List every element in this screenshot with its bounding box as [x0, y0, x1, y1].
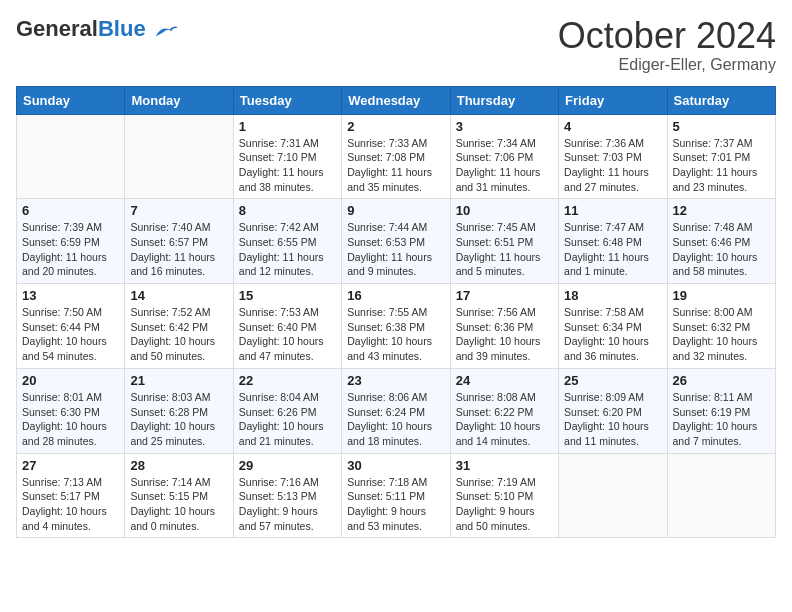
day-info: Sunrise: 8:06 AMSunset: 6:24 PMDaylight:… [347, 390, 444, 449]
calendar-cell: 18Sunrise: 7:58 AMSunset: 6:34 PMDayligh… [559, 284, 667, 369]
day-number: 12 [673, 203, 770, 218]
day-info: Sunrise: 7:56 AMSunset: 6:36 PMDaylight:… [456, 305, 553, 364]
calendar-week-row: 20Sunrise: 8:01 AMSunset: 6:30 PMDayligh… [17, 368, 776, 453]
weekday-header-monday: Monday [125, 86, 233, 114]
day-number: 18 [564, 288, 661, 303]
logo: GeneralBlue [16, 16, 180, 43]
day-number: 8 [239, 203, 336, 218]
calendar-cell: 21Sunrise: 8:03 AMSunset: 6:28 PMDayligh… [125, 368, 233, 453]
day-info: Sunrise: 8:01 AMSunset: 6:30 PMDaylight:… [22, 390, 119, 449]
day-number: 14 [130, 288, 227, 303]
calendar-cell: 10Sunrise: 7:45 AMSunset: 6:51 PMDayligh… [450, 199, 558, 284]
calendar-cell: 7Sunrise: 7:40 AMSunset: 6:57 PMDaylight… [125, 199, 233, 284]
day-info: Sunrise: 8:04 AMSunset: 6:26 PMDaylight:… [239, 390, 336, 449]
day-number: 9 [347, 203, 444, 218]
month-year-title: October 2024 [558, 16, 776, 56]
calendar-cell [125, 114, 233, 199]
calendar-cell: 3Sunrise: 7:34 AMSunset: 7:06 PMDaylight… [450, 114, 558, 199]
calendar-cell: 2Sunrise: 7:33 AMSunset: 7:08 PMDaylight… [342, 114, 450, 199]
calendar-cell: 30Sunrise: 7:18 AMSunset: 5:11 PMDayligh… [342, 453, 450, 538]
calendar-cell: 31Sunrise: 7:19 AMSunset: 5:10 PMDayligh… [450, 453, 558, 538]
day-info: Sunrise: 7:18 AMSunset: 5:11 PMDaylight:… [347, 475, 444, 534]
calendar-cell: 1Sunrise: 7:31 AMSunset: 7:10 PMDaylight… [233, 114, 341, 199]
calendar-table: SundayMondayTuesdayWednesdayThursdayFrid… [16, 86, 776, 539]
calendar-cell [17, 114, 125, 199]
logo-general: General [16, 16, 98, 41]
calendar-cell: 15Sunrise: 7:53 AMSunset: 6:40 PMDayligh… [233, 284, 341, 369]
calendar-cell: 11Sunrise: 7:47 AMSunset: 6:48 PMDayligh… [559, 199, 667, 284]
day-info: Sunrise: 7:33 AMSunset: 7:08 PMDaylight:… [347, 136, 444, 195]
day-info: Sunrise: 8:03 AMSunset: 6:28 PMDaylight:… [130, 390, 227, 449]
calendar-cell: 25Sunrise: 8:09 AMSunset: 6:20 PMDayligh… [559, 368, 667, 453]
calendar-week-row: 13Sunrise: 7:50 AMSunset: 6:44 PMDayligh… [17, 284, 776, 369]
day-info: Sunrise: 7:53 AMSunset: 6:40 PMDaylight:… [239, 305, 336, 364]
day-info: Sunrise: 7:52 AMSunset: 6:42 PMDaylight:… [130, 305, 227, 364]
day-number: 28 [130, 458, 227, 473]
day-info: Sunrise: 7:16 AMSunset: 5:13 PMDaylight:… [239, 475, 336, 534]
day-info: Sunrise: 7:42 AMSunset: 6:55 PMDaylight:… [239, 220, 336, 279]
calendar-cell: 26Sunrise: 8:11 AMSunset: 6:19 PMDayligh… [667, 368, 775, 453]
day-number: 30 [347, 458, 444, 473]
calendar-cell: 23Sunrise: 8:06 AMSunset: 6:24 PMDayligh… [342, 368, 450, 453]
day-info: Sunrise: 8:11 AMSunset: 6:19 PMDaylight:… [673, 390, 770, 449]
calendar-cell: 13Sunrise: 7:50 AMSunset: 6:44 PMDayligh… [17, 284, 125, 369]
calendar-cell: 14Sunrise: 7:52 AMSunset: 6:42 PMDayligh… [125, 284, 233, 369]
day-number: 13 [22, 288, 119, 303]
logo-bird-icon [152, 21, 180, 43]
calendar-cell: 20Sunrise: 8:01 AMSunset: 6:30 PMDayligh… [17, 368, 125, 453]
calendar-cell: 5Sunrise: 7:37 AMSunset: 7:01 PMDaylight… [667, 114, 775, 199]
weekday-header-thursday: Thursday [450, 86, 558, 114]
calendar-cell: 12Sunrise: 7:48 AMSunset: 6:46 PMDayligh… [667, 199, 775, 284]
weekday-header-tuesday: Tuesday [233, 86, 341, 114]
day-info: Sunrise: 7:36 AMSunset: 7:03 PMDaylight:… [564, 136, 661, 195]
calendar-cell [667, 453, 775, 538]
calendar-cell: 17Sunrise: 7:56 AMSunset: 6:36 PMDayligh… [450, 284, 558, 369]
calendar-cell: 4Sunrise: 7:36 AMSunset: 7:03 PMDaylight… [559, 114, 667, 199]
day-info: Sunrise: 7:47 AMSunset: 6:48 PMDaylight:… [564, 220, 661, 279]
day-info: Sunrise: 8:09 AMSunset: 6:20 PMDaylight:… [564, 390, 661, 449]
calendar-cell: 29Sunrise: 7:16 AMSunset: 5:13 PMDayligh… [233, 453, 341, 538]
logo-blue: Blue [98, 16, 146, 41]
day-number: 16 [347, 288, 444, 303]
calendar-week-row: 6Sunrise: 7:39 AMSunset: 6:59 PMDaylight… [17, 199, 776, 284]
calendar-week-row: 1Sunrise: 7:31 AMSunset: 7:10 PMDaylight… [17, 114, 776, 199]
day-number: 20 [22, 373, 119, 388]
calendar-cell: 16Sunrise: 7:55 AMSunset: 6:38 PMDayligh… [342, 284, 450, 369]
day-info: Sunrise: 7:45 AMSunset: 6:51 PMDaylight:… [456, 220, 553, 279]
day-info: Sunrise: 7:31 AMSunset: 7:10 PMDaylight:… [239, 136, 336, 195]
day-info: Sunrise: 7:55 AMSunset: 6:38 PMDaylight:… [347, 305, 444, 364]
title-block: October 2024 Ediger-Eller, Germany [558, 16, 776, 74]
day-info: Sunrise: 7:58 AMSunset: 6:34 PMDaylight:… [564, 305, 661, 364]
day-number: 25 [564, 373, 661, 388]
day-number: 11 [564, 203, 661, 218]
location-subtitle: Ediger-Eller, Germany [558, 56, 776, 74]
day-number: 1 [239, 119, 336, 134]
day-info: Sunrise: 7:34 AMSunset: 7:06 PMDaylight:… [456, 136, 553, 195]
weekday-header-friday: Friday [559, 86, 667, 114]
day-number: 29 [239, 458, 336, 473]
day-info: Sunrise: 7:13 AMSunset: 5:17 PMDaylight:… [22, 475, 119, 534]
day-number: 3 [456, 119, 553, 134]
day-info: Sunrise: 8:00 AMSunset: 6:32 PMDaylight:… [673, 305, 770, 364]
calendar-cell: 22Sunrise: 8:04 AMSunset: 6:26 PMDayligh… [233, 368, 341, 453]
day-number: 19 [673, 288, 770, 303]
day-number: 26 [673, 373, 770, 388]
calendar-cell [559, 453, 667, 538]
day-number: 17 [456, 288, 553, 303]
day-number: 31 [456, 458, 553, 473]
page-header: GeneralBlue October 2024 Ediger-Eller, G… [16, 16, 776, 74]
day-number: 6 [22, 203, 119, 218]
calendar-cell: 27Sunrise: 7:13 AMSunset: 5:17 PMDayligh… [17, 453, 125, 538]
day-info: Sunrise: 7:14 AMSunset: 5:15 PMDaylight:… [130, 475, 227, 534]
weekday-header-row: SundayMondayTuesdayWednesdayThursdayFrid… [17, 86, 776, 114]
day-number: 7 [130, 203, 227, 218]
weekday-header-saturday: Saturday [667, 86, 775, 114]
day-info: Sunrise: 7:39 AMSunset: 6:59 PMDaylight:… [22, 220, 119, 279]
calendar-cell: 8Sunrise: 7:42 AMSunset: 6:55 PMDaylight… [233, 199, 341, 284]
calendar-cell: 6Sunrise: 7:39 AMSunset: 6:59 PMDaylight… [17, 199, 125, 284]
day-info: Sunrise: 7:40 AMSunset: 6:57 PMDaylight:… [130, 220, 227, 279]
day-info: Sunrise: 8:08 AMSunset: 6:22 PMDaylight:… [456, 390, 553, 449]
day-number: 2 [347, 119, 444, 134]
day-number: 4 [564, 119, 661, 134]
calendar-week-row: 27Sunrise: 7:13 AMSunset: 5:17 PMDayligh… [17, 453, 776, 538]
